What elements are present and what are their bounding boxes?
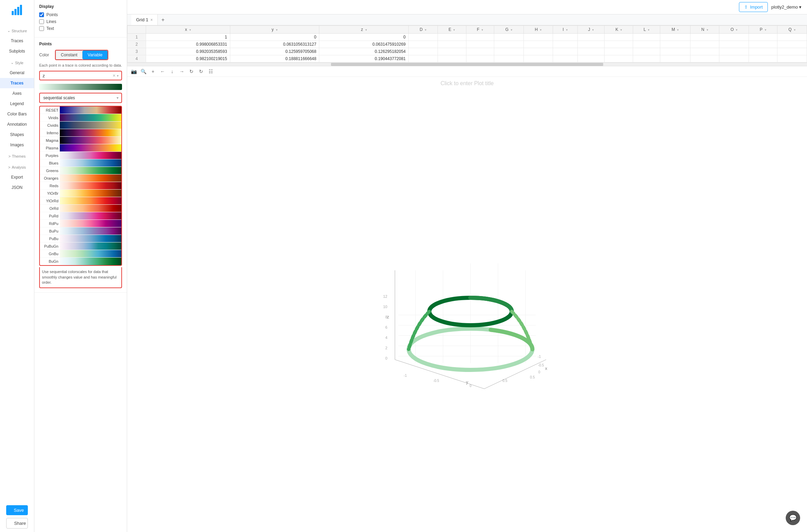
col-header-y[interactable]: y ▾	[230, 26, 319, 34]
table-cell[interactable]	[690, 34, 719, 41]
share-button[interactable]: Share	[6, 518, 28, 529]
table-cell[interactable]	[409, 48, 438, 55]
table-cell[interactable]	[466, 34, 494, 41]
col-header-i[interactable]: I ▾	[553, 26, 577, 34]
table-cell[interactable]	[524, 41, 553, 48]
table-cell[interactable]	[633, 34, 660, 41]
table-cell[interactable]: 1	[146, 34, 230, 41]
table-cell[interactable]	[777, 55, 807, 63]
colorscale-row[interactable]: PuRd	[40, 212, 121, 220]
sidebar-item-annotation[interactable]: Annotation	[0, 119, 34, 129]
col-header-p[interactable]: P ▾	[749, 26, 777, 34]
colorscale-row[interactable]: RESET	[40, 106, 121, 114]
variable-button[interactable]: Variable	[82, 50, 108, 59]
table-cell[interactable]	[466, 48, 494, 55]
col-header-o[interactable]: O ▾	[719, 26, 749, 34]
col-header-k[interactable]: K ▾	[605, 26, 633, 34]
rotate-icon[interactable]: ↻	[188, 68, 195, 75]
table-cell[interactable]: 0.188811666648	[230, 55, 319, 63]
colorscale-row[interactable]: Cividis	[40, 122, 121, 129]
table-cell[interactable]	[690, 55, 719, 63]
table-cell[interactable]	[719, 55, 749, 63]
grid-icon[interactable]: ☷	[207, 68, 214, 75]
plot-title-placeholder[interactable]: Click to enter Plot title	[441, 80, 494, 87]
colorscale-row[interactable]: Greens	[40, 167, 121, 174]
horizontal-scrollbar[interactable]	[127, 63, 807, 66]
table-cell[interactable]: 0.982100219015	[146, 55, 230, 63]
table-cell[interactable]	[577, 55, 604, 63]
table-cell[interactable]: 0.125959705068	[230, 48, 319, 55]
zoom-icon[interactable]: 🔍	[140, 68, 147, 75]
table-cell[interactable]	[605, 41, 633, 48]
sidebar-item-traces[interactable]: Traces	[0, 36, 34, 46]
table-cell[interactable]	[749, 34, 777, 41]
lines-checkbox[interactable]	[39, 19, 44, 24]
sidebar-section-themes[interactable]: > Themes	[0, 150, 34, 161]
table-cell[interactable]	[660, 55, 690, 63]
table-cell[interactable]	[409, 34, 438, 41]
table-cell[interactable]	[633, 41, 660, 48]
chat-icon[interactable]: 💬	[786, 511, 800, 525]
color-var-input[interactable]	[43, 73, 113, 78]
table-cell[interactable]	[524, 55, 553, 63]
table-cell[interactable]	[466, 55, 494, 63]
table-cell[interactable]	[777, 41, 807, 48]
table-cell[interactable]	[660, 48, 690, 55]
table-cell[interactable]	[494, 55, 524, 63]
table-cell[interactable]	[438, 48, 466, 55]
table-cell[interactable]	[553, 48, 577, 55]
col-header-q[interactable]: Q ▾	[777, 26, 807, 34]
constant-button[interactable]: Constant	[56, 50, 82, 59]
sidebar-item-subplots[interactable]: Subplots	[0, 46, 34, 56]
sidebar-section-analysis[interactable]: > Analysis	[0, 161, 34, 172]
table-cell[interactable]	[719, 48, 749, 55]
colorscale-row[interactable]: PuBu	[40, 235, 121, 242]
sidebar-item-json[interactable]: JSON	[0, 182, 34, 193]
col-header-h[interactable]: H ▾	[524, 26, 553, 34]
table-cell[interactable]	[553, 34, 577, 41]
table-cell[interactable]	[605, 55, 633, 63]
col-header-x[interactable]: x ▾	[146, 26, 230, 34]
table-cell[interactable]: 0	[319, 34, 409, 41]
table-cell[interactable]	[524, 34, 553, 41]
col-header-g[interactable]: G ▾	[494, 26, 524, 34]
table-cell[interactable]: 0.992035358593	[146, 48, 230, 55]
user-menu[interactable]: plotly2_demo ▾	[771, 4, 802, 10]
sidebar-item-legend[interactable]: Legend	[0, 99, 34, 109]
sidebar-item-axes[interactable]: Axes	[0, 88, 34, 99]
table-cell[interactable]	[633, 55, 660, 63]
table-cell[interactable]	[438, 55, 466, 63]
table-cell[interactable]	[553, 41, 577, 48]
table-cell[interactable]: 0.126295182054	[319, 48, 409, 55]
sidebar-item-traces-style[interactable]: Traces	[0, 78, 34, 88]
table-cell[interactable]	[690, 48, 719, 55]
table-cell[interactable]	[749, 41, 777, 48]
points-checkbox[interactable]	[39, 12, 44, 17]
sidebar-section-style[interactable]: ⌄ Style	[0, 56, 34, 68]
table-cell[interactable]	[409, 55, 438, 63]
sidebar-item-export[interactable]: Export	[0, 172, 34, 182]
colorscale-row[interactable]: BuPu	[40, 227, 121, 235]
colorscale-row[interactable]: PuBuGn	[40, 242, 121, 250]
table-cell[interactable]: 0.998006853331	[146, 41, 230, 48]
colorscale-row[interactable]: YlOrRd	[40, 197, 121, 205]
import-button[interactable]: ⇧ Import	[739, 2, 768, 12]
table-cell[interactable]	[633, 48, 660, 55]
right-arrow-icon[interactable]: →	[178, 68, 186, 75]
colorscale-row[interactable]: BuGn	[40, 258, 121, 265]
colorscale-row[interactable]: Purples	[40, 152, 121, 159]
table-cell[interactable]: 0	[230, 34, 319, 41]
colorscale-select[interactable]: sequential scales	[40, 93, 121, 102]
table-cell[interactable]	[749, 55, 777, 63]
table-cell[interactable]	[494, 34, 524, 41]
colorscale-row[interactable]: Magma	[40, 137, 121, 144]
colorscale-row[interactable]: Inferno	[40, 129, 121, 137]
colorscale-row[interactable]: Oranges	[40, 174, 121, 182]
table-cell[interactable]	[605, 34, 633, 41]
sidebar-item-general[interactable]: General	[0, 68, 34, 78]
table-cell[interactable]	[438, 41, 466, 48]
col-header-d[interactable]: D ▾	[409, 26, 438, 34]
sidebar-item-shapes[interactable]: Shapes	[0, 129, 34, 140]
table-cell[interactable]	[749, 48, 777, 55]
sidebar-section-structure[interactable]: ⌄ Structure	[0, 24, 34, 36]
